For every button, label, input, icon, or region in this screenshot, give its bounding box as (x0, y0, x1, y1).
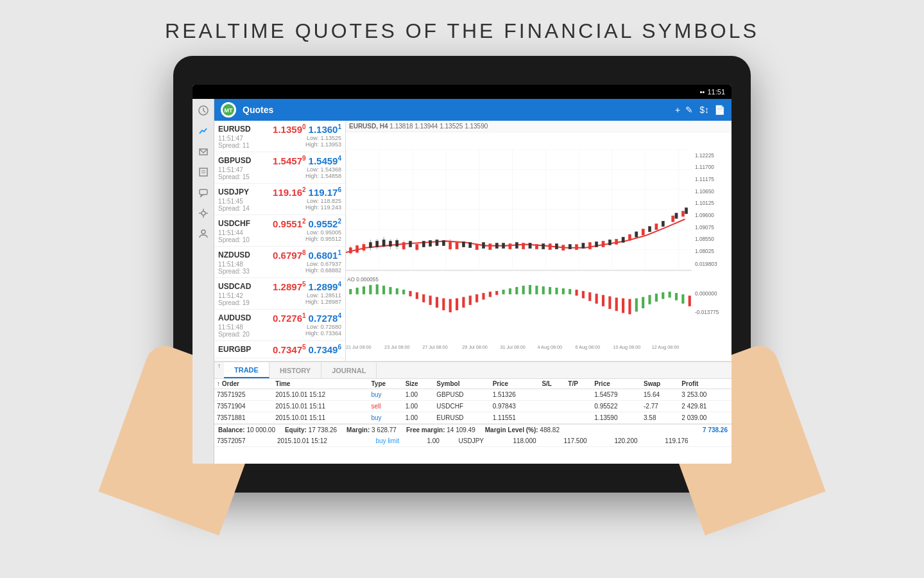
tab-journal[interactable]: JOURNAL (321, 362, 377, 378)
th-swap: Swap (641, 379, 679, 389)
pd-sl: 117.500 (561, 435, 612, 447)
add-icon[interactable]: + (675, 105, 680, 115)
svg-rect-4 (200, 168, 207, 176)
currency-icon[interactable]: $↕ (699, 105, 709, 115)
document-icon[interactable]: 📄 (714, 105, 725, 115)
svg-rect-53 (655, 223, 658, 229)
svg-rect-121 (542, 286, 545, 294)
quote-time: 11:51:48 (218, 324, 250, 331)
tab-trade[interactable]: TRADE (224, 362, 270, 378)
svg-text:-0.013775: -0.013775 (695, 310, 719, 315)
svg-text:4 Aug 08:00: 4 Aug 08:00 (537, 344, 562, 350)
sidebar-icon-mail[interactable] (194, 143, 212, 161)
svg-rect-137 (648, 295, 651, 304)
tab-history[interactable]: HISTORY (270, 362, 321, 378)
quote-ask: 1.54594 (309, 155, 341, 166)
td-curprice: 0.95522 (592, 401, 641, 412)
td-time: 2015.10.01 15:11 (273, 401, 368, 412)
svg-rect-136 (642, 297, 644, 308)
svg-rect-55 (681, 211, 684, 216)
pd-symbol: USDJPY (456, 435, 511, 447)
td-size: 1.00 (403, 389, 434, 401)
quote-low: Low: 1.54368 (305, 166, 341, 173)
svg-rect-111 (475, 294, 478, 302)
td-type: buy (368, 389, 402, 401)
svg-rect-112 (482, 293, 484, 299)
equity-value: Equity: 17 738.26 (285, 426, 337, 434)
svg-rect-89 (685, 208, 687, 214)
td-swap: 3.58 (641, 412, 679, 424)
quote-high: High: 0.95512 (305, 236, 341, 242)
collapse-arrow[interactable]: ↑ (214, 362, 224, 378)
sidebar-icon-charts[interactable] (194, 122, 212, 140)
pd-order: 73572057 (214, 435, 275, 447)
svg-rect-135 (635, 298, 638, 311)
svg-text:1.12225: 1.12225 (695, 153, 714, 159)
pending-row: 73572057 2015.10.01 15:12 buy limit 1.00… (214, 435, 732, 447)
edit-icon[interactable]: ✎ (685, 105, 693, 115)
quote-item[interactable]: USDJPY 119.162 119.176 11:51:45 Spread: … (214, 184, 345, 215)
sidebar-icon-news[interactable] (194, 163, 212, 181)
svg-rect-113 (489, 292, 492, 297)
sidebar-icon-quotes[interactable] (194, 101, 212, 119)
quote-item[interactable]: EURUSD 1.13590 1.13601 11:51:47 Spread: … (214, 121, 345, 152)
svg-rect-108 (456, 298, 458, 310)
svg-rect-81 (582, 243, 585, 248)
chart-symbol: EURUSD, H4 (349, 123, 388, 130)
quote-item[interactable]: AUDUSD 0.72761 0.72784 11:51:48 Spread: … (214, 310, 345, 341)
svg-rect-40 (475, 245, 478, 250)
svg-rect-131 (608, 296, 611, 309)
quote-item[interactable]: USDCHF 0.95512 0.95522 11:51:44 Spread: … (214, 215, 345, 247)
svg-rect-16 (346, 149, 692, 269)
svg-rect-74 (495, 243, 498, 248)
sidebar-icon-settings[interactable] (194, 204, 212, 222)
svg-rect-80 (569, 245, 571, 249)
svg-rect-45 (549, 244, 551, 250)
svg-text:AO 0.000055: AO 0.000055 (347, 277, 379, 283)
tablet-screen: ▪▪ 11:51 (193, 85, 732, 464)
td-size: 1.00 (403, 401, 434, 412)
svg-rect-128 (588, 292, 591, 301)
quote-item[interactable]: GBPUSD 1.54579 1.54594 11:51:47 Spread: … (214, 152, 345, 184)
app-logo: MT (221, 102, 236, 118)
svg-rect-102 (416, 292, 418, 299)
td-symbol: USDCHF (434, 401, 490, 412)
svg-rect-85 (635, 232, 638, 237)
sidebar (193, 99, 214, 464)
svg-text:1.09075: 1.09075 (695, 225, 714, 231)
pending-table: 73572057 2015.10.01 15:12 buy limit 1.00… (214, 435, 732, 447)
quote-symbol: EURGBP (218, 345, 251, 354)
svg-rect-44 (535, 245, 538, 249)
svg-rect-54 (672, 216, 674, 222)
quote-symbol: NZDUSD (218, 250, 250, 259)
svg-rect-73 (482, 242, 484, 248)
table-header-row: ↑ Order Time Type Size Symbol Price S/L … (214, 379, 732, 389)
quote-item[interactable]: EURGBP 0.73475 0.73496 (214, 341, 345, 358)
svg-rect-39 (456, 242, 458, 249)
quote-bid: 0.73475 (273, 344, 305, 355)
quote-item[interactable]: USDCAD 1.28975 1.28994 11:51:42 Spread: … (214, 278, 345, 310)
quotes-list: EURUSD 1.13590 1.13601 11:51:47 Spread: … (214, 121, 346, 361)
svg-rect-48 (588, 242, 591, 249)
pd-price: 118.000 (510, 435, 561, 447)
quote-prices: 1.28975 1.28994 (273, 281, 341, 292)
quote-prices: 0.73475 0.73496 (273, 344, 341, 355)
quote-lowhigh: Low: 1.13525 High: 1.13953 (305, 135, 341, 149)
svg-rect-43 (522, 243, 525, 249)
svg-rect-76 (515, 242, 518, 248)
td-curprice: 1.13590 (592, 412, 641, 424)
sidebar-icon-chat[interactable] (194, 184, 212, 202)
td-time: 2015.10.01 15:12 (273, 389, 368, 401)
quote-bid: 1.13590 (273, 123, 305, 135)
quote-item[interactable]: NZDUSD 0.67978 0.68011 11:51:48 Spread: … (214, 247, 345, 278)
td-symbol: EURUSD (434, 412, 490, 424)
margin-value: Margin: 3 628.77 (346, 426, 397, 434)
svg-line-2 (203, 110, 205, 112)
td-type: buy (368, 412, 402, 424)
quote-bid: 1.28975 (273, 281, 305, 292)
svg-rect-115 (502, 290, 505, 294)
th-type: Type (368, 379, 402, 389)
quote-symbol: USDCAD (218, 282, 251, 291)
td-type: sell (368, 401, 402, 412)
sidebar-icon-profile[interactable] (194, 225, 212, 243)
